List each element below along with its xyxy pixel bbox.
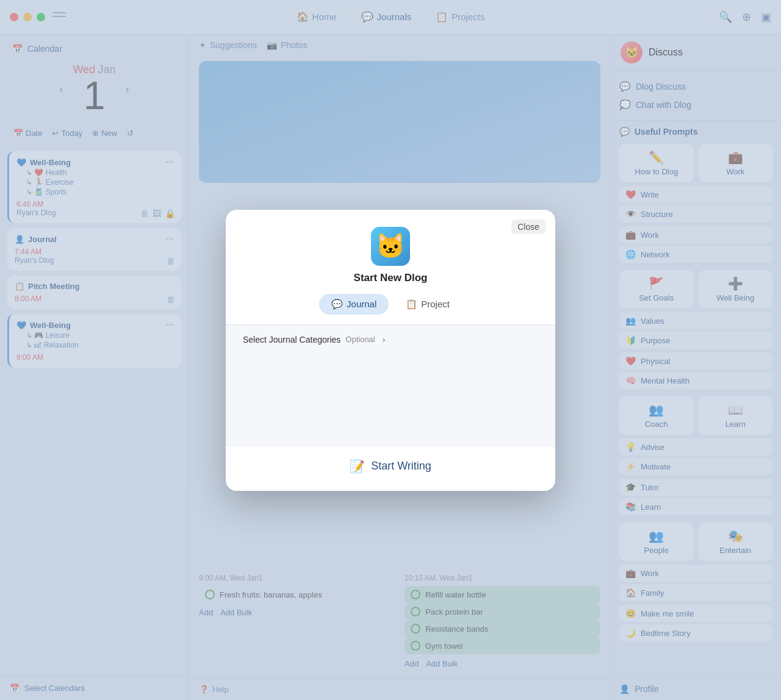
project-tab[interactable]: 📋 Project bbox=[394, 294, 462, 315]
start-writing-label: Start Writing bbox=[371, 460, 431, 473]
categories-arrow-icon: › bbox=[383, 335, 386, 345]
modal-title: Start New Dlog bbox=[354, 272, 428, 284]
new-dlog-modal: Close 🐱 Start New Dlog 💬 Journal 📋 Proje… bbox=[226, 210, 555, 491]
project-tab-label: Project bbox=[421, 299, 450, 309]
modal-header: Close 🐱 Start New Dlog 💬 Journal 📋 Proje… bbox=[226, 210, 555, 324]
modal-overlay[interactable]: Close 🐱 Start New Dlog 💬 Journal 📋 Proje… bbox=[0, 0, 781, 700]
journal-tab[interactable]: 💬 Journal bbox=[319, 294, 389, 315]
modal-body: Select Journal Categories Optional › bbox=[226, 325, 555, 447]
journal-tab-icon: 💬 bbox=[331, 299, 343, 310]
modal-tabs: 💬 Journal 📋 Project bbox=[319, 294, 462, 315]
start-writing-button[interactable]: 📝 Start Writing bbox=[350, 459, 431, 474]
categories-optional: Optional bbox=[345, 335, 375, 344]
project-tab-icon: 📋 bbox=[406, 299, 417, 310]
categories-label: Select Journal Categories bbox=[243, 335, 340, 345]
journal-tab-label: Journal bbox=[347, 299, 376, 309]
modal-footer: 📝 Start Writing bbox=[226, 447, 555, 491]
modal-close-button[interactable]: Close bbox=[511, 220, 545, 234]
categories-row[interactable]: Select Journal Categories Optional › bbox=[243, 335, 538, 345]
modal-app-icon: 🐱 bbox=[371, 227, 410, 266]
edit-icon: 📝 bbox=[350, 459, 365, 474]
